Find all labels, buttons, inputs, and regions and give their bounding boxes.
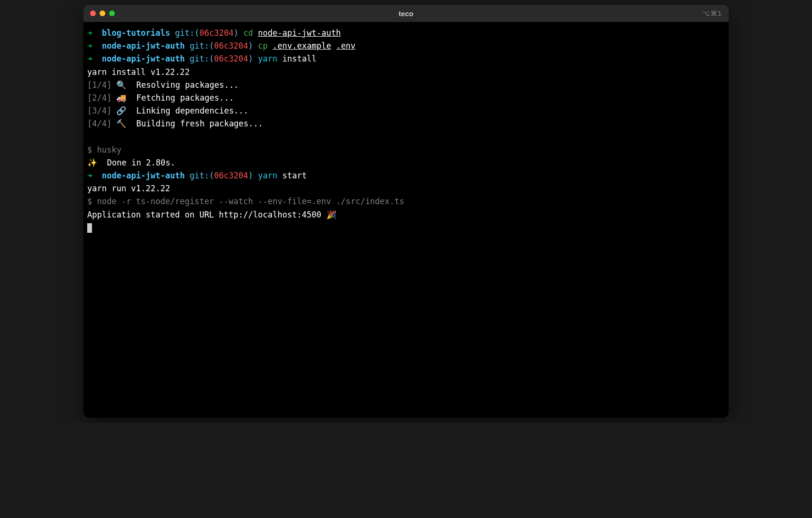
output-line: [2/4] 🚚 Fetching packages... bbox=[87, 92, 725, 104]
step-number: [3/4] bbox=[87, 106, 112, 115]
prompt-line: ➜ node-api-jwt-auth git:(06c3204) yarn s… bbox=[87, 169, 725, 182]
directory-name: blog-tutorials bbox=[102, 28, 170, 38]
directory-name: node-api-jwt-auth bbox=[102, 171, 185, 180]
prompt-line: ➜ node-api-jwt-auth git:(06c3204) yarn i… bbox=[87, 52, 725, 65]
git-label: git:( bbox=[175, 28, 199, 38]
step-text: Building fresh packages... bbox=[136, 119, 263, 128]
prompt-arrow: ➜ bbox=[87, 28, 92, 38]
git-close: ) bbox=[233, 28, 238, 38]
output-line: yarn run v1.22.22 bbox=[87, 182, 725, 195]
git-close: ) bbox=[248, 41, 253, 51]
step-text: Fetching packages... bbox=[136, 93, 234, 103]
cursor-icon bbox=[87, 223, 92, 233]
git-label: git:( bbox=[190, 54, 214, 63]
git-hash: 06c3204 bbox=[214, 171, 248, 180]
traffic-lights bbox=[90, 10, 115, 16]
command-arg: install bbox=[283, 54, 317, 63]
git-hash: 06c3204 bbox=[214, 41, 248, 51]
directory-name: node-api-jwt-auth bbox=[102, 54, 185, 63]
output-line: [4/4] 🔨 Building fresh packages... bbox=[87, 117, 725, 130]
output-line: $ husky bbox=[87, 144, 725, 156]
prompt-arrow: ➜ bbox=[87, 171, 92, 180]
directory-name: node-api-jwt-auth bbox=[102, 41, 185, 51]
terminal-window: teco ⌥⌘1 ➜ blog-tutorials git:(06c3204) … bbox=[83, 5, 729, 418]
git-hash: 06c3204 bbox=[214, 54, 248, 63]
cursor-line bbox=[87, 221, 725, 234]
output-line: [1/4] 🔍 Resolving packages... bbox=[87, 79, 725, 92]
prompt-line: ➜ node-api-jwt-auth git:(06c3204) cp .en… bbox=[87, 40, 725, 52]
sparkles-icon: ✨ bbox=[87, 158, 97, 167]
command: yarn bbox=[258, 171, 277, 180]
command: cd bbox=[244, 28, 253, 38]
output-line: ✨ Done in 2.80s. bbox=[87, 156, 725, 169]
prompt-line: ➜ blog-tutorials git:(06c3204) cd node-a… bbox=[87, 27, 725, 40]
step-number: [1/4] bbox=[87, 80, 112, 90]
minimize-icon[interactable] bbox=[100, 10, 105, 16]
command-arg: node-api-jwt-auth bbox=[258, 28, 341, 38]
output-line: $ node -r ts-node/register --watch --env… bbox=[87, 195, 725, 208]
blank-line bbox=[87, 131, 725, 144]
output-line: [3/4] 🔗 Linking dependencies... bbox=[87, 104, 725, 117]
truck-icon: 🚚 bbox=[116, 93, 126, 103]
close-icon[interactable] bbox=[90, 10, 96, 16]
prompt-arrow: ➜ bbox=[87, 54, 92, 63]
step-text: Linking dependencies... bbox=[136, 106, 248, 115]
command: yarn bbox=[258, 54, 277, 63]
git-label: git:( bbox=[190, 41, 214, 51]
step-number: [4/4] bbox=[87, 119, 112, 128]
command-arg: start bbox=[283, 171, 307, 180]
shortcut-hint: ⌥⌘1 bbox=[702, 10, 722, 17]
prompt-arrow: ➜ bbox=[87, 41, 92, 51]
output-line: yarn install v1.22.22 bbox=[87, 66, 725, 79]
command-arg: .env.example bbox=[273, 41, 331, 51]
command-arg: .env bbox=[336, 41, 355, 51]
command: cp bbox=[258, 41, 267, 51]
magnify-icon: 🔍 bbox=[116, 80, 126, 90]
git-close: ) bbox=[248, 54, 253, 63]
link-icon: 🔗 bbox=[116, 106, 126, 115]
git-label: git:( bbox=[190, 171, 214, 180]
step-number: [2/4] bbox=[87, 93, 112, 103]
terminal-content[interactable]: ➜ blog-tutorials git:(06c3204) cd node-a… bbox=[83, 22, 729, 418]
step-text: Resolving packages... bbox=[136, 80, 239, 90]
hammer-icon: 🔨 bbox=[116, 119, 126, 128]
git-hash: 06c3204 bbox=[199, 28, 233, 38]
output-line: Application started on URL http://localh… bbox=[87, 208, 725, 221]
window-title: teco bbox=[399, 10, 414, 18]
done-text: Done in 2.80s. bbox=[107, 158, 175, 167]
git-close: ) bbox=[248, 171, 253, 180]
maximize-icon[interactable] bbox=[109, 10, 115, 16]
titlebar: teco ⌥⌘1 bbox=[83, 5, 729, 22]
